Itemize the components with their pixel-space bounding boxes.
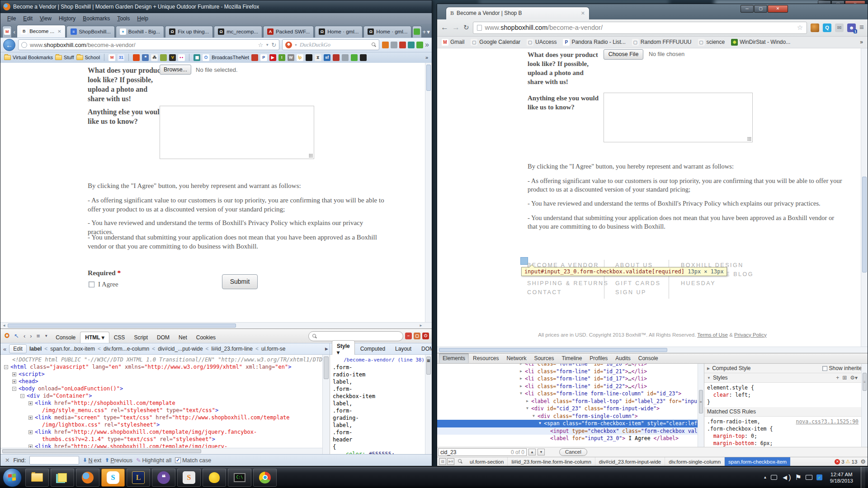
bookmark-broadcasthenet[interactable]: BroadcasTheNet: [212, 55, 249, 60]
choose-file-button[interactable]: Choose File: [604, 49, 643, 60]
devtools-search-input[interactable]: cid_230 of 0: [438, 448, 527, 456]
taskbar-league-of-legends[interactable]: L: [127, 469, 150, 487]
code-line[interactable]: -<html class="javascript" lang="en" xmln…: [0, 363, 330, 371]
bookmarks-overflow-chevron[interactable]: »: [860, 39, 863, 45]
toggle-expand-icon[interactable]: +: [12, 380, 16, 384]
devtools-tab-audits[interactable]: Audits: [612, 353, 634, 363]
footer-link[interactable]: HUESDAY: [681, 279, 754, 288]
scrollbar-thumb[interactable]: [324, 357, 329, 379]
chrome-menu-icon[interactable]: ≡: [859, 23, 864, 32]
volume-icon[interactable]: ◄): [781, 474, 791, 482]
breadcrumb-item[interactable]: ul.form-se: [261, 346, 285, 352]
firebug-tab-console[interactable]: Console: [51, 332, 80, 343]
firebug-style-panel[interactable]: /become-a-vendor/ (line 38).form-radio-i…: [330, 355, 432, 454]
tree-node[interactable]: ▼<div class="form-single-column">: [437, 413, 704, 420]
page-vertical-scrollbar[interactable]: [425, 63, 432, 323]
toolbar-overflow-chevron[interactable]: »: [425, 41, 429, 49]
toggle-arrow-icon[interactable]: ▼: [539, 420, 541, 427]
edit-button[interactable]: Edit: [9, 344, 27, 353]
tab-mc-recomp-[interactable]: Ωmc_recomp...: [214, 26, 262, 38]
footer-link[interactable]: GIFT CARDS: [615, 279, 660, 288]
firebug-tab-net[interactable]: Net: [174, 332, 192, 343]
devtools-tab-resources[interactable]: Resources: [469, 353, 502, 363]
bookmark-star-icon[interactable]: ☆: [797, 23, 803, 32]
resize-grip-icon[interactable]: [309, 154, 313, 158]
warning-icon[interactable]: ⚠: [846, 459, 850, 465]
css-rule-line[interactable]: /become-a-vendor/ (line 38).form-: [333, 357, 432, 371]
toggle-expand-icon[interactable]: +: [28, 401, 33, 405]
find-previous-button[interactable]: ⬆Previous: [105, 457, 132, 464]
bookmark-random-ffffuuuu[interactable]: ▢Random FFFFUUUU: [632, 39, 692, 46]
styles-gear-icon[interactable]: ⚙▾: [850, 375, 858, 381]
code-line[interactable]: +<script>: [0, 371, 330, 378]
taskbar-duck[interactable]: [203, 469, 226, 487]
firebug-search-box[interactable]: [308, 331, 403, 341]
taskbar-sticky-notes[interactable]: [51, 469, 74, 487]
code-line-wrap[interactable]: thumbs.css?v=2.1.4" type="text/css" rel=…: [0, 436, 330, 443]
tree-scrollbar[interactable]: ≡: [698, 364, 704, 447]
statusbar-crumb[interactable]: ul.form-section: [466, 457, 508, 466]
hidden-icons-arrow[interactable]: ▲: [763, 475, 767, 479]
scroll-left-icon[interactable]: ◄: [0, 323, 8, 328]
lp-icon[interactable]: lp: [297, 54, 303, 61]
p-icon[interactable]: P: [260, 54, 267, 61]
page-horizontal-scrollbar[interactable]: [437, 347, 868, 353]
mail-extension-icon[interactable]: ✉: [835, 23, 844, 32]
toggle-collapse-icon[interactable]: -: [12, 387, 16, 391]
tab-become-[interactable]: BBecome ...✕: [17, 25, 65, 38]
element-state-icon[interactable]: ⊞: [842, 375, 847, 381]
chrome-active-tab[interactable]: B Become a Vendor | Shop B ✕: [446, 7, 590, 19]
code-line[interactable]: +<link media="screen" type="text/css" hr…: [0, 414, 330, 421]
bookmark-folder-school[interactable]: School: [76, 55, 100, 60]
taskbar-skype[interactable]: S: [101, 469, 125, 487]
taskbar-terminal[interactable]: C:\: [228, 469, 251, 487]
taskbar-sublime-text[interactable]: S: [177, 469, 201, 487]
firebug-tab-script[interactable]: Script: [129, 332, 152, 343]
dark-app-icon[interactable]: [306, 54, 312, 61]
firebug-tab-html[interactable]: HTML ▾: [80, 332, 109, 343]
calendar-icon[interactable]: 31: [118, 54, 124, 61]
computed-style-header[interactable]: ▶ Computed Style Show inherited: [704, 364, 868, 373]
v-media-icon[interactable]: V: [169, 54, 176, 61]
code-line[interactable]: <!DOCTYPE html PUBLIC "-//W3C//DTD XHTML…: [0, 356, 330, 363]
terms-link[interactable]: Terms of Use: [697, 332, 728, 338]
devtools-tab-console[interactable]: Console: [635, 353, 662, 363]
firebug-minimize-icon[interactable]: −: [405, 333, 412, 339]
firebug-html-hscrollbar[interactable]: [0, 448, 322, 454]
scrollbar-thumb[interactable]: [862, 177, 867, 272]
menu-edit[interactable]: Edit: [20, 14, 36, 23]
back-button[interactable]: ←: [3, 39, 15, 51]
hourglass-icon[interactable]: ⧗: [315, 54, 321, 61]
toggle-arrow-icon[interactable]: ▶: [520, 383, 522, 390]
gmail-icon[interactable]: M: [108, 54, 115, 61]
tree-node[interactable]: ▶<li class="form-line" id="id_20">…</li>: [437, 364, 704, 368]
bookmark-pandora-radio-list-[interactable]: PPandora Radio - List...: [563, 39, 625, 46]
devtools-tab-timeline[interactable]: Timeline: [558, 353, 585, 363]
reload-icon[interactable]: ↻: [463, 23, 469, 32]
tomato-icon[interactable]: [251, 54, 258, 61]
find-input[interactable]: [29, 456, 79, 465]
toggle-arrow-icon[interactable]: ▶: [520, 368, 522, 375]
dropbox-icon[interactable]: ✓: [816, 474, 822, 480]
firebug-tab-cookies[interactable]: Cookies: [192, 332, 220, 343]
network-icon[interactable]: [806, 475, 812, 480]
maximize-icon[interactable]: ▢: [754, 5, 767, 13]
toggle-expand-icon[interactable]: +: [28, 416, 33, 420]
new-rule-icon[interactable]: +: [836, 375, 839, 381]
statusbar-crumb[interactable]: li#id_23.form-line.form-line-column: [508, 457, 595, 466]
scroll-right-icon[interactable]: ►: [417, 323, 425, 328]
url-text[interactable]: www.shopboxhill.com/become-a-vendor/: [485, 24, 794, 31]
cookie-extension-icon[interactable]: [811, 23, 819, 32]
resize-grip-icon[interactable]: [747, 137, 751, 141]
code-line-wrap[interactable]: /img/style_menu.css" rel="stylesheet" ty…: [0, 407, 330, 414]
firebug-close-icon[interactable]: ⏻: [422, 333, 429, 339]
inspect-element-icon[interactable]: ↖: [13, 333, 20, 339]
page-horizontal-scrollbar[interactable]: ◄ ►: [0, 322, 432, 328]
bookmarks-overflow-chevron[interactable]: »: [425, 55, 428, 60]
anything-else-textarea[interactable]: [160, 106, 314, 159]
firebug-detach-icon[interactable]: ▢: [414, 333, 420, 339]
code-line-wrap[interactable]: /img/lightbox.css" rel="stylesheet">: [0, 421, 330, 428]
checkbox-icon[interactable]: [175, 457, 181, 463]
code-line[interactable]: +<head>: [0, 378, 330, 385]
search-icon[interactable]: [372, 42, 376, 47]
